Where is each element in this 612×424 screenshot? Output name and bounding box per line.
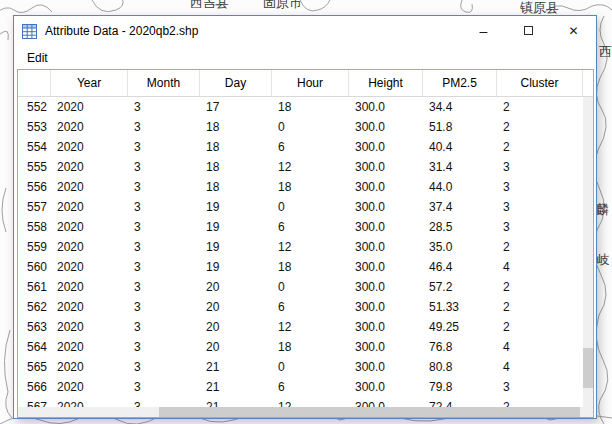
table-cell: 3 [497, 200, 583, 214]
table-row[interactable]: 56120203200300.057.22 [18, 277, 583, 297]
map-place-label: 西吉县 [190, 0, 229, 10]
table-cell: 6 [272, 220, 349, 234]
row-index-cell: 561 [18, 280, 51, 294]
close-button[interactable]: ✕ [551, 16, 596, 45]
table-cell: 3 [497, 220, 583, 234]
map-place-label: 西 [599, 44, 612, 59]
table-cell: 28.5 [423, 220, 497, 234]
table-row[interactable]: 559202031912300.035.02 [18, 237, 583, 257]
table-cell: 6 [272, 300, 349, 314]
table-cell: 300.0 [349, 280, 423, 294]
table-cell: 4 [497, 260, 583, 274]
table-row[interactable]: 552202031718300.034.42 [18, 97, 583, 117]
table-cell: 51.33 [423, 300, 497, 314]
scrollbar-corner [583, 407, 593, 417]
table-cell: 20 [200, 300, 272, 314]
row-index-cell: 564 [18, 340, 51, 354]
table-cell: 76.8 [423, 340, 497, 354]
table-cell: 12 [272, 400, 349, 407]
table-cell: 20 [200, 340, 272, 354]
table-row[interactable]: 56620203216300.079.83 [18, 377, 583, 397]
table-grid-icon [22, 24, 37, 39]
table-cell: 4 [497, 340, 583, 354]
maximize-button[interactable] [506, 16, 551, 45]
map-place-label: 镇原县 [519, 0, 559, 15]
table-cell: 3 [128, 280, 200, 294]
column-header-cluster[interactable]: Cluster [497, 70, 583, 96]
table-cell: 300.0 [349, 200, 423, 214]
table-row[interactable]: 55320203180300.051.82 [18, 117, 583, 137]
row-index-cell: 560 [18, 260, 51, 274]
column-header-height[interactable]: Height [349, 70, 423, 96]
table-cell: 2 [497, 300, 583, 314]
table-cell: 2020 [51, 200, 128, 214]
table-cell: 46.4 [423, 260, 497, 274]
table-cell: 51.8 [423, 120, 497, 134]
column-header-pm25[interactable]: PM2.5 [423, 70, 497, 96]
table-cell: 18 [272, 180, 349, 194]
menu-item-edit[interactable]: Edit [21, 49, 54, 67]
table-row[interactable]: 560202031918300.046.44 [18, 257, 583, 277]
table-cell: 2020 [51, 280, 128, 294]
column-header-month[interactable]: Month [128, 70, 200, 96]
table-row[interactable]: 55420203186300.040.42 [18, 137, 583, 157]
table-cell: 18 [272, 100, 349, 114]
title-bar: Attribute Data - 2020qb2.shp – ✕ [14, 16, 596, 46]
horizontal-scrollbar-thumb[interactable] [159, 407, 580, 417]
table-row[interactable]: 55720203190300.037.43 [18, 197, 583, 217]
vertical-scrollbar[interactable] [583, 97, 593, 407]
table-cell: 2020 [51, 120, 128, 134]
table-cell: 18 [200, 160, 272, 174]
row-index-cell: 556 [18, 180, 51, 194]
table-cell: 0 [272, 200, 349, 214]
table-row[interactable]: 556202031818300.044.03 [18, 177, 583, 197]
window-title: Attribute Data - 2020qb2.shp [45, 24, 198, 38]
table-row[interactable]: 563202032012300.049.252 [18, 317, 583, 337]
map-place-label: 固原市 [263, 0, 302, 10]
table-cell: 34.4 [423, 100, 497, 114]
table-cell: 18 [200, 180, 272, 194]
minimize-button[interactable]: – [461, 16, 506, 45]
table-row[interactable]: 564202032018300.076.84 [18, 337, 583, 357]
vertical-scrollbar-thumb[interactable] [583, 348, 593, 388]
row-index-cell: 557 [18, 200, 51, 214]
table-row[interactable]: 55820203196300.028.53 [18, 217, 583, 237]
table-cell: 12 [272, 240, 349, 254]
table-cell: 2020 [51, 180, 128, 194]
row-index-cell: 559 [18, 240, 51, 254]
row-index-cell: 567 [18, 400, 51, 407]
horizontal-scrollbar[interactable] [18, 407, 583, 417]
table-cell: 21 [200, 360, 272, 374]
table-cell: 300.0 [349, 220, 423, 234]
table-cell: 49.25 [423, 320, 497, 334]
row-index-cell: 554 [18, 140, 51, 154]
table-row[interactable]: 567202032112300.072.42 [18, 397, 583, 407]
table-cell: 3 [128, 120, 200, 134]
table-cell: 19 [200, 240, 272, 254]
table-cell: 2 [497, 100, 583, 114]
caption-buttons: – ✕ [461, 16, 596, 45]
table-cell: 35.0 [423, 240, 497, 254]
row-index-cell: 553 [18, 120, 51, 134]
table-cell: 57.2 [423, 280, 497, 294]
table-cell: 19 [200, 220, 272, 234]
table-cell: 6 [272, 140, 349, 154]
table-cell: 4 [497, 360, 583, 374]
table-row[interactable]: 555202031812300.031.43 [18, 157, 583, 177]
table-cell: 18 [272, 340, 349, 354]
table-cell: 2020 [51, 140, 128, 154]
table-cell: 18 [272, 260, 349, 274]
column-header-year[interactable]: Year [51, 70, 128, 96]
column-header-day[interactable]: Day [200, 70, 272, 96]
table-row[interactable]: 56220203206300.051.332 [18, 297, 583, 317]
row-index-cell: 555 [18, 160, 51, 174]
row-index-cell: 563 [18, 320, 51, 334]
table-cell: 2020 [51, 340, 128, 354]
column-header-hour[interactable]: Hour [272, 70, 349, 96]
table-cell: 12 [272, 160, 349, 174]
column-header-index[interactable] [18, 70, 51, 96]
table-cell: 300.0 [349, 260, 423, 274]
table-cell: 300.0 [349, 140, 423, 154]
table-cell: 300.0 [349, 320, 423, 334]
table-row[interactable]: 56520203210300.080.84 [18, 357, 583, 377]
